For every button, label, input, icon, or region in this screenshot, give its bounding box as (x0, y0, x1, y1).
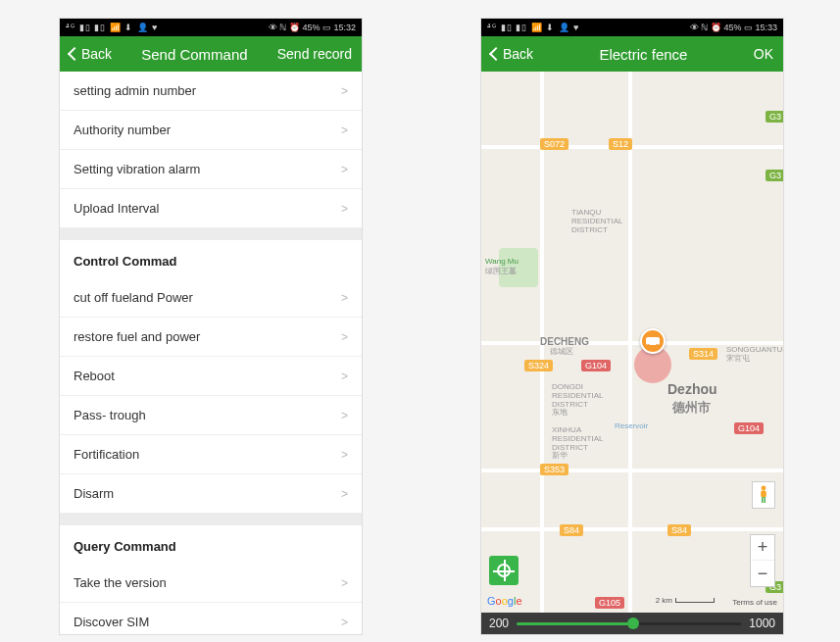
row-setting-admin-number[interactable]: setting admin number > (60, 72, 362, 111)
row-label: Authority number (74, 123, 171, 137)
send-record-button[interactable]: Send record (277, 46, 352, 62)
row-restore-fuel-power[interactable]: restore fuel and power > (60, 318, 362, 357)
row-label: Reboot (74, 369, 115, 383)
map-view[interactable]: Dezhou 德州市 DECHENG 德城区 DONGDI RESIDENTIA… (481, 72, 783, 613)
status-right: 👁 ℕ ⏰ 45% ▭ 15:33 (690, 23, 777, 32)
back-button[interactable]: Back (491, 46, 533, 62)
row-label: Upload Interval (74, 201, 159, 216)
chevron-right-icon: > (341, 576, 348, 590)
songguantun-label: SONGGUANTUN 宋官屯 (726, 346, 783, 364)
row-authority-number[interactable]: Authority number > (60, 111, 362, 150)
phone-electric-fence: ⁴ᴳ ▮▯ ▮▯ 📶 ⬇ 👤 ♥ 👁 ℕ ⏰ 45% ▭ 15:33 Back … (480, 18, 784, 635)
row-upload-interval[interactable]: Upload Interval > (60, 189, 362, 228)
reservoir-label: Reservoir (615, 422, 648, 431)
zoom-out-button[interactable]: − (751, 561, 774, 586)
row-label: restore fuel and power (74, 329, 200, 344)
slider-min-label: 200 (489, 617, 509, 630)
chevron-right-icon: > (341, 202, 348, 216)
road-badge: S12 (609, 138, 632, 150)
status-bar: ⁴ᴳ ▮▯ ▮▯ 📶 ⬇ 👤 ♥ 👁 ℕ ⏰ 45% ▭ 15:32 (60, 19, 362, 36)
city-label-zh: 德州市 (672, 399, 711, 417)
zoom-controls: + − (750, 534, 775, 587)
tianqu-label: TIANQU RESIDENTIAL DISTRICT (571, 209, 622, 234)
road-badge: S84 (667, 524, 691, 536)
status-left-icons: ⁴ᴳ ▮▯ ▮▯ 📶 ⬇ 👤 ♥ (66, 23, 158, 32)
svg-rect-3 (765, 497, 766, 503)
decheng-zh: 德城区 (550, 348, 573, 357)
back-label: Back (81, 46, 112, 62)
header-bar: Back Electric fence OK (481, 36, 783, 72)
row-label: cut off fueland Power (74, 290, 193, 305)
status-bar: ⁴ᴳ ▮▯ ▮▯ 📶 ⬇ 👤 ♥ 👁 ℕ ⏰ 45% ▭ 15:33 (481, 19, 783, 36)
slider-max-label: 1000 (749, 617, 775, 630)
chevron-right-icon: > (341, 616, 348, 629)
road-badge: S353 (540, 464, 568, 475)
slider-thumb-icon (627, 617, 639, 629)
chevron-right-icon: > (341, 84, 348, 98)
road-badge: G104 (734, 422, 764, 434)
scale-label: 2 km (656, 596, 672, 605)
row-label: Discover SIM (74, 615, 149, 629)
slider-fill (517, 622, 633, 625)
header-title: Send Command (141, 46, 247, 63)
row-disarm[interactable]: Disarm > (60, 474, 362, 514)
header-title: Electric fence (599, 46, 687, 63)
status-left-icons: ⁴ᴳ ▮▯ ▮▯ 📶 ⬇ 👤 ♥ (487, 23, 579, 32)
wangmu-zh: 绿国王墓 (485, 268, 517, 276)
road (481, 527, 783, 531)
chevron-right-icon: > (341, 409, 348, 422)
streetview-pegman[interactable] (752, 481, 775, 509)
section-header-query: Query Command (60, 525, 362, 564)
xinhua-label: XINHUA RESIDENTIAL DISTRICT 新华 (552, 426, 603, 461)
car-icon (646, 337, 660, 345)
road-badge: S314 (689, 348, 717, 360)
pegman-icon (758, 485, 769, 505)
row-label: Disarm (74, 486, 114, 501)
google-logo: Google (487, 595, 522, 607)
road-badge: S324 (524, 360, 553, 371)
locate-button[interactable] (489, 556, 519, 585)
command-list: setting admin number > Authority number … (60, 72, 362, 635)
road-badge: G3 (766, 170, 783, 181)
phone-send-command: ⁴ᴳ ▮▯ ▮▯ 📶 ⬇ 👤 ♥ 👁 ℕ ⏰ 45% ▭ 15:32 Back … (59, 18, 363, 635)
row-label: Pass- trough (74, 408, 146, 422)
locate-icon (497, 564, 511, 577)
back-button[interactable]: Back (70, 46, 112, 62)
row-take-version[interactable]: Take the version > (60, 564, 362, 603)
road (628, 72, 632, 613)
scale-bar-icon (675, 598, 715, 603)
row-label: Setting vibration alarm (74, 162, 200, 176)
decheng-label: DECHENG (540, 336, 589, 347)
row-pass-through[interactable]: Pass- trough > (60, 396, 362, 435)
header-bar: Back Send Command Send record (60, 36, 362, 72)
section-divider (60, 228, 362, 240)
zoom-in-button[interactable]: + (751, 535, 774, 561)
row-reboot[interactable]: Reboot > (60, 357, 362, 396)
radius-slider[interactable] (517, 622, 741, 625)
row-discover-sim[interactable]: Discover SIM > (60, 603, 362, 635)
row-cut-fuel-power[interactable]: cut off fueland Power > (60, 278, 362, 318)
terms-link[interactable]: Terms of use (732, 598, 777, 607)
wangmu-label: Wang Mu (485, 258, 519, 267)
chevron-right-icon: > (341, 291, 348, 305)
chevron-left-icon (68, 47, 81, 61)
map-scale: 2 km (656, 596, 715, 605)
ok-button[interactable]: OK (754, 46, 773, 62)
row-label: Fortification (74, 447, 139, 462)
svg-rect-1 (761, 491, 766, 498)
road (481, 469, 783, 472)
chevron-left-icon (489, 47, 503, 61)
road-badge: S072 (540, 138, 568, 150)
chevron-right-icon: > (341, 330, 348, 344)
radius-slider-strip: 200 1000 (481, 613, 783, 634)
chevron-right-icon: > (341, 163, 348, 176)
row-vibration-alarm[interactable]: Setting vibration alarm > (60, 150, 362, 189)
section-divider (60, 514, 362, 525)
chevron-right-icon: > (341, 370, 348, 383)
row-fortification[interactable]: Fortification > (60, 435, 362, 474)
svg-rect-2 (762, 497, 764, 503)
row-label: setting admin number (74, 83, 196, 98)
road-badge: G104 (581, 360, 611, 371)
svg-point-0 (762, 486, 766, 491)
vehicle-marker[interactable] (640, 328, 666, 354)
